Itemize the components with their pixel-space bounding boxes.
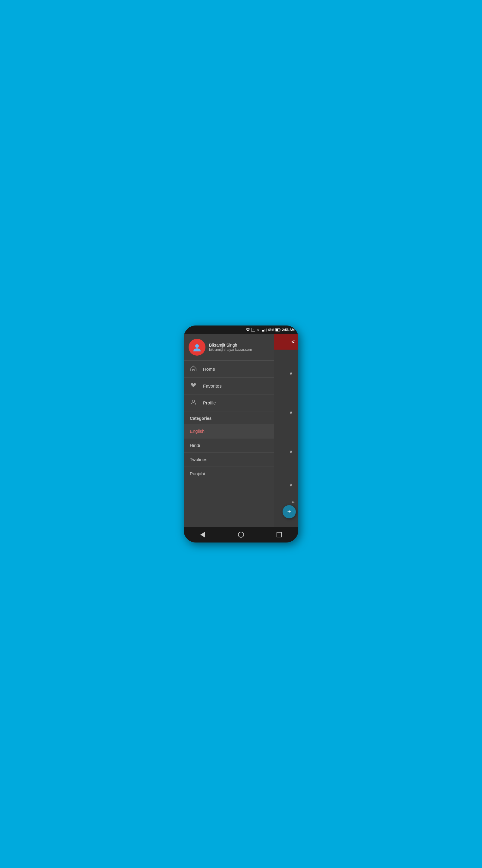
- chevron-down-4: ∨: [280, 478, 295, 491]
- signal-icon: R: [252, 328, 255, 332]
- svg-point-10: [192, 400, 195, 402]
- svg-rect-7: [280, 329, 281, 330]
- svg-rect-4: [264, 329, 265, 332]
- svg-rect-2: [262, 330, 263, 332]
- home-icon: [190, 365, 197, 373]
- nav-back-button[interactable]: [197, 529, 209, 541]
- category-item-english[interactable]: English: [184, 424, 274, 438]
- status-icons: R ✕ 66% 2:53 AM: [246, 328, 295, 332]
- avatar: [189, 339, 205, 355]
- favorites-icon: [190, 382, 197, 390]
- svg-rect-5: [266, 329, 267, 332]
- category-label-punjabi: Punjabi: [190, 471, 205, 476]
- category-label-twolines: Twolines: [190, 457, 207, 462]
- menu-item-home[interactable]: Home: [184, 361, 274, 378]
- signal-bars-icon: [262, 328, 267, 332]
- home-circle-icon: [238, 532, 244, 538]
- back-button[interactable]: <: [291, 339, 295, 345]
- categories-section-header: Categories: [184, 411, 274, 424]
- nav-home-button[interactable]: [235, 529, 247, 541]
- main-area: < ∨ ∨ ∨ ∨ ai, +: [184, 334, 298, 542]
- category-label-english: English: [190, 429, 204, 434]
- navigation-drawer: Bikramjit Singh bikram@shayaribazar.com …: [184, 334, 274, 542]
- phone-frame: R ✕ 66% 2:53 AM: [184, 326, 298, 542]
- nav-recents-button[interactable]: [273, 529, 285, 541]
- chevron-down-1: ∨: [280, 367, 295, 379]
- category-label-hindi: Hindi: [190, 443, 200, 448]
- wifi-icon: [246, 328, 250, 332]
- svg-marker-0: [247, 330, 249, 331]
- chevron-down-3: ∨: [280, 445, 295, 458]
- fab-button[interactable]: +: [283, 505, 296, 518]
- chevron-down-2: ∨: [280, 406, 295, 418]
- profile-label: Profile: [203, 400, 216, 405]
- user-name: Bikramjit Singh: [209, 343, 252, 347]
- nav-bar: [184, 527, 298, 542]
- svg-point-9: [195, 344, 199, 348]
- recents-square-icon: [277, 532, 282, 537]
- back-triangle-icon: [200, 532, 205, 538]
- drawer-header: Bikramjit Singh bikram@shayaribazar.com: [184, 334, 274, 361]
- battery-icon: [275, 328, 281, 332]
- user-email: bikram@shayaribazar.com: [209, 347, 252, 352]
- time-display: 2:53 AM: [282, 328, 295, 332]
- battery-percent: 66%: [268, 328, 274, 332]
- categories-title: Categories: [190, 416, 212, 421]
- avatar-icon: [192, 342, 202, 352]
- favorites-label: Favorites: [203, 383, 222, 389]
- profile-icon: [190, 399, 197, 407]
- menu-item-profile[interactable]: Profile: [184, 395, 274, 411]
- svg-rect-3: [263, 330, 264, 332]
- svg-rect-8: [276, 329, 278, 331]
- svg-text:✕: ✕: [257, 329, 259, 332]
- status-bar: R ✕ 66% 2:53 AM: [184, 326, 298, 334]
- right-side-text: ai,: [292, 500, 295, 503]
- drawer-menu: Home Favorites: [184, 361, 274, 542]
- user-info: Bikramjit Singh bikram@shayaribazar.com: [209, 343, 252, 352]
- menu-item-favorites[interactable]: Favorites: [184, 378, 274, 395]
- category-item-punjabi[interactable]: Punjabi: [184, 467, 274, 481]
- category-item-twolines[interactable]: Twolines: [184, 453, 274, 467]
- category-item-hindi[interactable]: Hindi: [184, 438, 274, 453]
- home-label: Home: [203, 367, 215, 372]
- data-icon: ✕: [257, 328, 261, 332]
